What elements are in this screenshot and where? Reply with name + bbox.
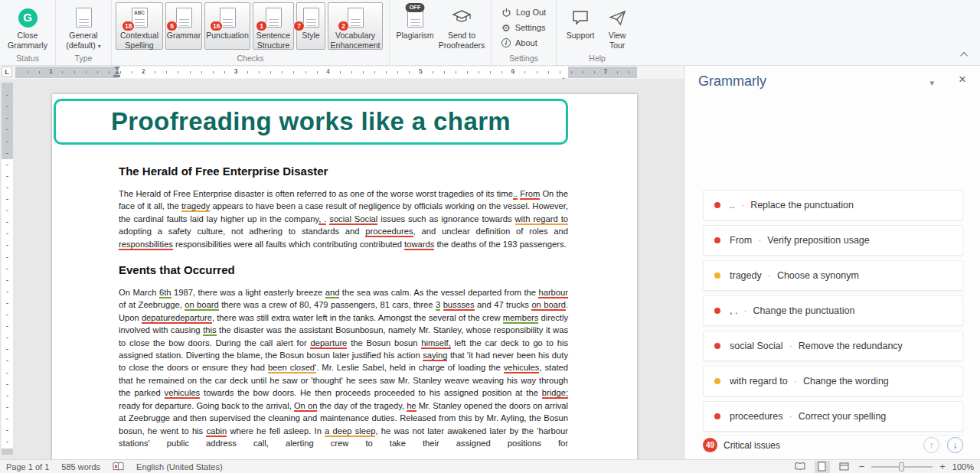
- error-marked-text[interactable]: tragedy: [181, 201, 210, 212]
- text-run[interactable]: responsibilities were all faults which c…: [173, 240, 404, 249]
- text-run[interactable]: there was a crew of 80, 479 passengers, …: [219, 300, 436, 309]
- issue-card[interactable]: From · Verify preposition usage: [703, 225, 963, 256]
- error-marked-text[interactable]: with regard to: [515, 214, 568, 225]
- error-marked-text[interactable]: on board: [531, 300, 566, 311]
- check-button-vocabulary-enhancement[interactable]: 2 Vocabulary Enhancement: [328, 2, 383, 50]
- text-run[interactable]: towards the bow doors. He then proceeds …: [200, 388, 542, 397]
- text-run[interactable]: 1987, there was a light easterly breeze: [172, 288, 325, 297]
- error-marked-text[interactable]: towards: [404, 240, 434, 250]
- proofing-status-icon[interactable]: [113, 462, 124, 471]
- about-button[interactable]: i About: [495, 35, 552, 51]
- title-text-box[interactable]: Proofreading works like a charm: [54, 99, 568, 145]
- web-layout-button[interactable]: [837, 461, 852, 473]
- error-marked-text[interactable]: On on: [294, 401, 317, 412]
- zoom-slider[interactable]: [871, 466, 933, 468]
- error-marked-text[interactable]: depaturedeparture: [142, 313, 212, 324]
- indent-marker-right[interactable]: [560, 64, 567, 78]
- read-mode-button[interactable]: [792, 461, 808, 473]
- paragraph-1[interactable]: The Herald of Free Enterprise disaster i…: [119, 188, 568, 250]
- issue-card[interactable]: tragedy · Choose a synonym: [703, 260, 963, 291]
- issue-card[interactable]: proceedures · Correct your spelling: [703, 401, 963, 432]
- error-marked-text[interactable]: been closed': [268, 363, 316, 374]
- text-run[interactable]: the Bosun bosun: [347, 338, 421, 347]
- send-to-proofreaders-button[interactable]: Send to Proofreaders: [436, 2, 487, 53]
- error-marked-text[interactable]: social Social: [329, 214, 377, 225]
- settings-button[interactable]: ⚙ Settings: [495, 20, 552, 35]
- page-count-indicator[interactable]: Page 1 of 1: [6, 462, 49, 471]
- document-type-label: General (default): [66, 31, 97, 50]
- word-count-indicator[interactable]: 585 words: [61, 462, 100, 471]
- error-marked-text[interactable]: bridge;: [542, 388, 568, 399]
- check-button-contextual-spelling[interactable]: ABC 18 Contextual Spelling: [116, 2, 163, 50]
- logout-button[interactable]: Log Out: [495, 5, 552, 20]
- error-marked-text[interactable]: this: [203, 325, 216, 336]
- zoom-in-button[interactable]: +: [939, 462, 946, 471]
- error-marked-text[interactable]: vehicules: [165, 388, 201, 399]
- check-button-sentence-structure[interactable]: 1 Sentence Structure: [253, 2, 294, 50]
- collapse-ribbon-button[interactable]: [959, 50, 971, 59]
- error-marked-text[interactable]: members: [503, 313, 539, 324]
- error-marked-text[interactable]: departure: [310, 338, 347, 349]
- next-issue-button[interactable]: ↓: [947, 437, 963, 453]
- group-label-help: Help: [560, 53, 634, 65]
- error-marked-text[interactable]: , .: [318, 214, 326, 225]
- issue-card[interactable]: with regard to · Change the wording: [703, 366, 963, 396]
- view-tour-button[interactable]: View Tour: [600, 2, 634, 53]
- error-marked-text[interactable]: and: [325, 288, 340, 298]
- support-button[interactable]: Support: [560, 2, 600, 53]
- close-grammarly-button[interactable]: G Close Grammarly: [4, 2, 51, 53]
- text-run[interactable]: the sea was calm. As the vessel departed…: [339, 288, 538, 297]
- plagiarism-button[interactable]: OFF Plagiarism: [394, 2, 436, 53]
- text-run[interactable]: issues such as ignorance towards: [377, 214, 514, 223]
- print-layout-button[interactable]: [815, 461, 830, 473]
- text-run[interactable]: On March: [119, 288, 159, 297]
- error-marked-text[interactable]: harbour: [538, 288, 568, 298]
- error-marked-text[interactable]: a deep sleep: [325, 426, 375, 437]
- text-run[interactable]: where he fell asleep. In: [227, 426, 325, 435]
- issue-card[interactable]: social Social · Remove the redundancy: [703, 331, 963, 361]
- text-run[interactable]: the deaths of the 193 passengers.: [434, 240, 566, 249]
- error-marked-text[interactable]: bussses: [443, 300, 475, 311]
- error-marked-text[interactable]: vehicules: [504, 363, 540, 374]
- zoom-level[interactable]: 100%: [952, 462, 974, 471]
- text-run[interactable]: . Mr. Leslie Sabel, held in charge of lo…: [316, 363, 504, 372]
- text-run[interactable]: ready for departure. Going back to the a…: [119, 401, 294, 410]
- text-run[interactable]: , there was still extra water left in th…: [212, 313, 503, 322]
- error-marked-text[interactable]: he: [407, 401, 416, 412]
- error-marked-text[interactable]: cabin: [206, 426, 227, 437]
- document-type-dropdown[interactable]: General (default) ▾: [60, 2, 107, 53]
- zoom-out-button[interactable]: −: [859, 462, 865, 471]
- document-page[interactable]: Proofreading works like a charm The Hera…: [52, 94, 637, 459]
- error-marked-text[interactable]: himself,: [421, 338, 451, 349]
- indent-marker-left[interactable]: [113, 67, 120, 77]
- document-heading-1[interactable]: The Herald of Free Enterprise Disaster: [119, 165, 568, 178]
- zoom-slider-thumb[interactable]: [899, 462, 904, 471]
- issue-card[interactable]: .. · Replace the punctuation: [703, 190, 963, 220]
- text-run[interactable]: the day of the tragedy,: [317, 401, 407, 410]
- error-marked-text[interactable]: on board: [185, 300, 219, 311]
- tab-stop-selector[interactable]: L: [2, 67, 12, 77]
- paragraph-2[interactable]: On March 6th 1987, there was a light eas…: [119, 286, 568, 449]
- issue-card[interactable]: , . · Change the punctuation: [703, 295, 963, 326]
- check-button-grammar[interactable]: 5 Grammar: [165, 2, 202, 50]
- error-marked-text[interactable]: 6th: [159, 288, 172, 298]
- vertical-ruler[interactable]: [2, 83, 13, 455]
- error-marked-text[interactable]: responsbilities: [119, 240, 173, 250]
- document-heading-2[interactable]: Events that Occurred: [119, 263, 568, 276]
- text-run[interactable]: The Herald of Free Enterprise disaster i…: [119, 189, 513, 198]
- text-run[interactable]: adopting a safety culture, not adhering …: [119, 227, 365, 236]
- text-run[interactable]: , and unclear definition of roles and: [413, 227, 568, 236]
- check-button-punctuation[interactable]: 16 Punctuation: [204, 2, 250, 50]
- document-title[interactable]: Proofreading works like a charm: [111, 107, 511, 136]
- error-marked-text[interactable]: proceedures: [365, 227, 413, 237]
- error-marked-text[interactable]: From: [520, 189, 540, 200]
- horizontal-ruler[interactable]: 1234567: [15, 67, 637, 78]
- language-indicator[interactable]: English (United States): [136, 462, 223, 471]
- panel-close-icon[interactable]: ×: [959, 73, 966, 86]
- text-run[interactable]: of at Zeebrugge,: [119, 300, 185, 309]
- panel-dropdown-icon[interactable]: ▾: [929, 78, 934, 88]
- check-button-style[interactable]: 7 Style: [296, 2, 325, 50]
- error-marked-text[interactable]: saying: [423, 351, 447, 361]
- previous-issue-button[interactable]: ↑: [923, 437, 939, 453]
- text-run[interactable]: and 47 trucks: [475, 300, 532, 309]
